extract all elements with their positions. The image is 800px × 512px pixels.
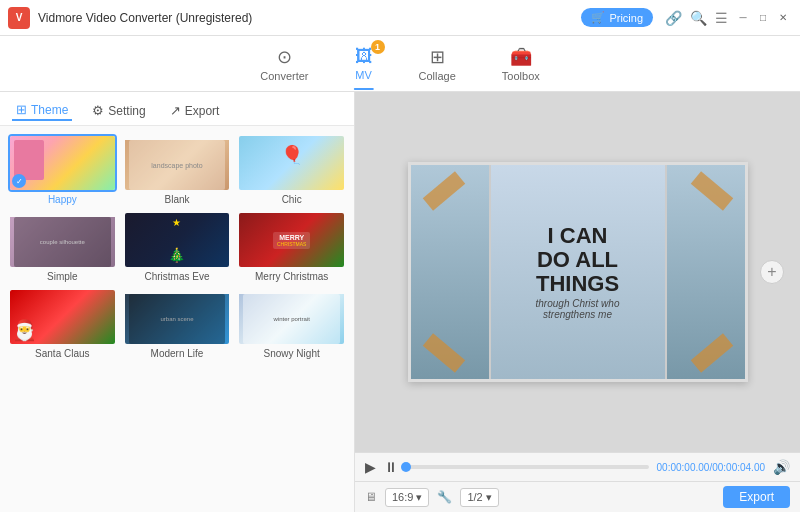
tab-mv[interactable]: 🖼 MV 1 xyxy=(347,42,381,85)
preview-sub-text: through Christ whostrengthens me xyxy=(536,298,620,320)
theme-modern-label: Modern Life xyxy=(151,348,204,359)
toolbox-icon: 🧰 xyxy=(510,46,532,68)
minimize-button[interactable]: ─ xyxy=(734,9,752,27)
quality-chevron-icon: ▾ xyxy=(486,491,492,504)
subtab-export[interactable]: ↗ Export xyxy=(166,100,224,121)
theme-merry-label: Merry Christmas xyxy=(255,271,328,282)
preview-area: I CANDO ALLTHINGS through Christ whostre… xyxy=(355,92,800,452)
title-bar: V Vidmore Video Converter (Unregistered)… xyxy=(0,0,800,36)
left-panel: ⊞ Theme ⚙ Setting ↗ Export xyxy=(0,92,355,512)
theme-happy-label: Happy xyxy=(48,194,77,205)
setting-icon: ⚙ xyxy=(92,103,104,118)
export-icon: ↗ xyxy=(170,103,181,118)
theme-happy[interactable]: ✓ Happy xyxy=(8,134,117,205)
tab-converter[interactable]: ⊙ Converter xyxy=(252,42,316,86)
progress-handle[interactable] xyxy=(401,462,411,472)
theme-simple-label: Simple xyxy=(47,271,78,282)
ratio-chevron-icon: ▾ xyxy=(416,491,422,504)
collage-icon: ⊞ xyxy=(430,46,445,68)
search-icon[interactable]: 🔍 xyxy=(690,10,707,26)
time-display: 00:00:00.00/00:00:04.00 xyxy=(657,462,765,473)
quality-icon: 🔧 xyxy=(437,490,452,504)
right-panel: I CANDO ALLTHINGS through Christ whostre… xyxy=(355,92,800,512)
theme-grid: ✓ Happy landscape photo Blank 🎈 xyxy=(0,126,354,512)
theme-snowy[interactable]: winter portrait Snowy Night xyxy=(237,288,346,359)
aspect-ratio-select[interactable]: 16:9 ▾ xyxy=(385,488,429,507)
preview-main-text: I CANDO ALLTHINGS xyxy=(536,224,620,297)
theme-icon: ⊞ xyxy=(16,102,27,117)
tab-toolbox[interactable]: 🧰 Toolbox xyxy=(494,42,548,86)
theme-santa-label: Santa Claus xyxy=(35,348,89,359)
theme-blank-label: Blank xyxy=(164,194,189,205)
progress-bar[interactable] xyxy=(406,465,649,469)
maximize-button[interactable]: □ xyxy=(754,9,772,27)
theme-merry[interactable]: MERRY CHRISTMAS Merry Christmas xyxy=(237,211,346,282)
preview-center-panel: I CANDO ALLTHINGS through Christ whostre… xyxy=(491,165,665,379)
subtab-setting[interactable]: ⚙ Setting xyxy=(88,100,149,121)
volume-icon[interactable]: 🔊 xyxy=(773,459,790,475)
subtab-theme[interactable]: ⊞ Theme xyxy=(12,100,72,121)
tab-collage[interactable]: ⊞ Collage xyxy=(411,42,464,86)
close-button[interactable]: ✕ xyxy=(774,9,792,27)
theme-simple[interactable]: couple silhouette Simple xyxy=(8,211,117,282)
theme-blank[interactable]: landscape photo Blank xyxy=(123,134,232,205)
theme-snowy-label: Snowy Night xyxy=(264,348,320,359)
pricing-button[interactable]: 🛒 Pricing xyxy=(581,8,653,27)
quality-select[interactable]: 1/2 ▾ xyxy=(460,488,498,507)
mv-badge: 1 xyxy=(371,40,385,54)
pause-button[interactable]: ⏸ xyxy=(384,459,398,475)
theme-chic-label: Chic xyxy=(282,194,302,205)
sub-tabs: ⊞ Theme ⚙ Setting ↗ Export xyxy=(0,92,354,126)
theme-selected-check: ✓ xyxy=(12,174,26,188)
app-title: Vidmore Video Converter (Unregistered) xyxy=(38,11,581,25)
main-content: ⊞ Theme ⚙ Setting ↗ Export xyxy=(0,92,800,512)
mv-icon: 🖼 xyxy=(355,46,373,67)
add-to-preview-button[interactable]: + xyxy=(760,260,784,284)
preview-frame: I CANDO ALLTHINGS through Christ whostre… xyxy=(408,162,748,382)
export-button[interactable]: Export xyxy=(723,486,790,508)
theme-modern[interactable]: urban scene Modern Life xyxy=(123,288,232,359)
app-logo: V xyxy=(8,7,30,29)
hamburger-icon[interactable]: ☰ xyxy=(715,10,728,26)
link-icon[interactable]: 🔗 xyxy=(665,10,682,26)
collage-label: Collage xyxy=(419,70,456,82)
play-button[interactable]: ▶ xyxy=(365,459,376,475)
player-controls: ▶ ⏸ 00:00:00.00/00:00:04.00 🔊 xyxy=(355,452,800,481)
converter-icon: ⊙ xyxy=(277,46,292,68)
export-controls-row: 🖥 16:9 ▾ 🔧 1/2 ▾ Export xyxy=(355,481,800,512)
toolbox-label: Toolbox xyxy=(502,70,540,82)
theme-chic[interactable]: 🎈 Chic xyxy=(237,134,346,205)
converter-label: Converter xyxy=(260,70,308,82)
preview-inner: I CANDO ALLTHINGS through Christ whostre… xyxy=(411,165,745,379)
mv-label: MV xyxy=(355,69,372,81)
cart-icon: 🛒 xyxy=(591,11,605,24)
theme-christmas-label: Christmas Eve xyxy=(144,271,209,282)
theme-christmas[interactable]: 🎄 ★ Christmas Eve xyxy=(123,211,232,282)
theme-santa[interactable]: 🎅 Santa Claus xyxy=(8,288,117,359)
display-icon: 🖥 xyxy=(365,490,377,504)
nav-tabs: ⊙ Converter 🖼 MV 1 ⊞ Collage 🧰 Toolbox xyxy=(0,36,800,92)
